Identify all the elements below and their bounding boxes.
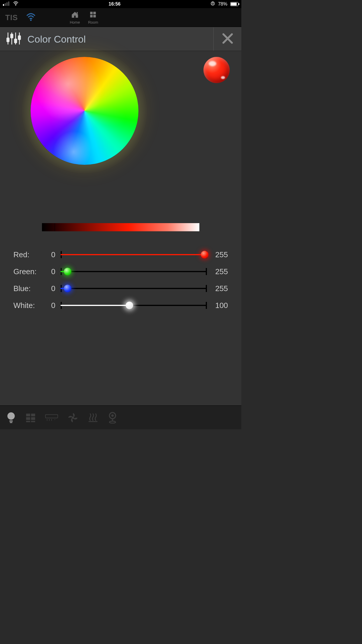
status-left [3, 1, 19, 7]
screen: 16:56 78% TIS Home Room [0, 0, 241, 429]
svg-point-1 [211, 2, 215, 5]
color-wheel[interactable] [31, 57, 138, 165]
slider-blue-label: Blue: [13, 284, 45, 293]
svg-rect-12 [15, 39, 17, 43]
nav-home[interactable]: Home [70, 11, 80, 24]
top-nav: TIS Home Room [0, 8, 241, 27]
svg-rect-8 [7, 38, 9, 42]
brightness-gradient[interactable] [42, 223, 199, 231]
battery-icon [230, 2, 238, 6]
slider-blue-row: Blue: 0 255 [13, 283, 228, 294]
svg-rect-10 [11, 34, 13, 38]
app-logo: TIS [5, 13, 18, 22]
tab-lights[interactable] [6, 412, 16, 424]
svg-rect-6 [94, 15, 96, 18]
svg-point-0 [15, 5, 16, 6]
status-right: 78% [210, 1, 238, 7]
slider-green-max: 255 [209, 267, 228, 276]
gradient-marker [55, 223, 55, 231]
slider-green-label: Green: [13, 267, 45, 276]
slider-white[interactable] [61, 300, 207, 311]
close-icon [222, 32, 234, 46]
wifi-connection-icon[interactable] [26, 13, 36, 22]
slider-group: Red: 0 255 Green: 0 [0, 249, 241, 311]
tab-climate[interactable]: * [45, 413, 58, 422]
page-header: Color Control [0, 27, 241, 51]
svg-rect-22 [26, 417, 30, 420]
slider-red-max: 255 [209, 250, 228, 259]
wifi-icon [13, 1, 19, 7]
status-bar: 16:56 78% [0, 0, 241, 8]
tab-camera[interactable] [107, 412, 118, 424]
status-time: 16:56 [109, 1, 121, 7]
svg-rect-21 [31, 414, 35, 416]
cell-signal-icon [3, 1, 10, 7]
slider-white-min: 0 [47, 301, 59, 310]
slider-green-row: Green: 0 255 [13, 266, 228, 277]
slider-red-label: Red: [13, 250, 45, 259]
tab-scenes[interactable] [25, 413, 36, 423]
svg-rect-25 [31, 421, 35, 422]
slider-blue-min: 0 [47, 284, 59, 293]
slider-white-row: White: 0 100 [13, 300, 228, 311]
svg-rect-20 [26, 414, 30, 416]
svg-rect-3 [90, 12, 93, 14]
battery-percent: 78% [218, 1, 227, 7]
nav-home-label: Home [70, 20, 80, 24]
svg-text:*: * [55, 418, 56, 421]
close-button[interactable] [213, 27, 241, 51]
page-title: Color Control [27, 34, 86, 45]
svg-rect-4 [94, 12, 96, 14]
grid-icon [89, 11, 97, 20]
orientation-lock-icon [210, 1, 215, 7]
tab-fan[interactable] [67, 412, 79, 424]
slider-white-max: 100 [209, 301, 228, 310]
slider-green[interactable] [61, 266, 207, 277]
svg-point-34 [111, 414, 114, 416]
slider-blue-max: 255 [209, 284, 228, 293]
sliders-icon [5, 30, 22, 48]
svg-rect-5 [90, 15, 93, 18]
svg-rect-19 [10, 422, 12, 423]
svg-point-17 [7, 412, 15, 419]
home-icon [71, 11, 79, 20]
svg-rect-26 [45, 414, 58, 418]
tab-heating[interactable] [87, 412, 99, 423]
slider-blue[interactable] [61, 283, 207, 294]
slider-white-label: White: [13, 301, 45, 310]
svg-point-35 [109, 421, 115, 423]
nav-room[interactable]: Room [88, 11, 98, 24]
svg-rect-14 [18, 36, 20, 40]
svg-point-2 [30, 20, 32, 21]
svg-rect-23 [31, 417, 35, 420]
slider-red[interactable] [61, 249, 207, 260]
color-wheel-area [0, 54, 241, 182]
nav-room-label: Room [88, 20, 98, 24]
svg-rect-18 [9, 420, 13, 421]
svg-rect-24 [26, 421, 30, 422]
svg-point-31 [72, 416, 74, 419]
slider-red-min: 0 [47, 250, 59, 259]
content: Red: 0 255 Green: 0 [0, 51, 241, 405]
bottom-bar: * [0, 405, 241, 429]
slider-green-min: 0 [47, 267, 59, 276]
color-preview [203, 57, 230, 83]
slider-red-row: Red: 0 255 [13, 249, 228, 260]
